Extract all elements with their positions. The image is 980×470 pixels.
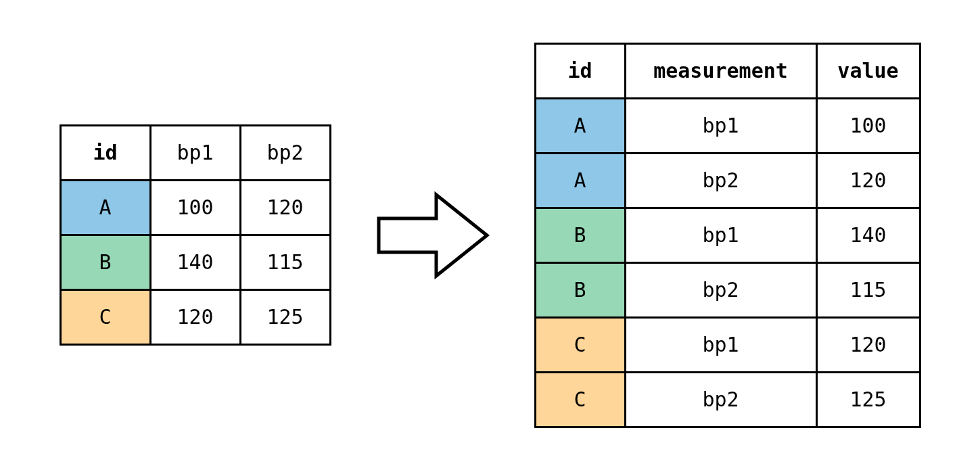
cell-value: 140 xyxy=(816,208,920,262)
cell-id: B xyxy=(535,262,625,317)
col-header-id: id xyxy=(535,43,625,98)
cell-value: 115 xyxy=(816,262,920,317)
col-header-measurement: measurement xyxy=(625,43,816,98)
cell-value: 120 xyxy=(816,317,920,372)
cell-measurement: bp1 xyxy=(625,317,816,372)
wide-table: id bp1 bp2 A 100 120 B 140 115 C 120 125 xyxy=(60,124,331,346)
cell-value: 120 xyxy=(816,153,920,208)
transform-arrow-icon xyxy=(372,174,494,296)
cell-id: C xyxy=(535,372,625,427)
table-row: B bp1 140 xyxy=(535,208,920,262)
cell-id: C xyxy=(60,290,150,345)
table-row: C bp1 120 xyxy=(535,317,920,372)
table-row: B bp2 115 xyxy=(535,262,920,317)
cell-bp2: 120 xyxy=(240,181,330,235)
cell-value: 125 xyxy=(816,372,920,427)
cell-bp1: 100 xyxy=(150,181,240,235)
table-row: A bp2 120 xyxy=(535,153,920,208)
cell-bp2: 115 xyxy=(240,235,330,290)
table-header-row: id bp1 bp2 xyxy=(60,126,330,181)
cell-id: B xyxy=(60,235,150,290)
cell-measurement: bp2 xyxy=(625,262,816,317)
table-row: A 100 120 xyxy=(60,181,330,235)
cell-id: C xyxy=(535,317,625,372)
cell-id: B xyxy=(535,208,625,262)
table-row: B 140 115 xyxy=(60,235,330,290)
table-row: A bp1 100 xyxy=(535,98,920,153)
cell-id: A xyxy=(535,98,625,153)
col-header-bp2: bp2 xyxy=(240,126,330,181)
long-table: id measurement value A bp1 100 A bp2 120… xyxy=(534,43,921,428)
cell-id: A xyxy=(535,153,625,208)
table-header-row: id measurement value xyxy=(535,43,920,98)
cell-measurement: bp1 xyxy=(625,208,816,262)
table-row: C 120 125 xyxy=(60,290,330,345)
col-header-bp1: bp1 xyxy=(150,126,240,181)
cell-measurement: bp1 xyxy=(625,98,816,153)
cell-value: 100 xyxy=(816,98,920,153)
cell-measurement: bp2 xyxy=(625,372,816,427)
col-header-id: id xyxy=(60,126,150,181)
table-row: C bp2 125 xyxy=(535,372,920,427)
cell-id: A xyxy=(60,181,150,235)
cell-bp2: 125 xyxy=(240,290,330,345)
cell-measurement: bp2 xyxy=(625,153,816,208)
col-header-value: value xyxy=(816,43,920,98)
cell-bp1: 120 xyxy=(150,290,240,345)
cell-bp1: 140 xyxy=(150,235,240,290)
